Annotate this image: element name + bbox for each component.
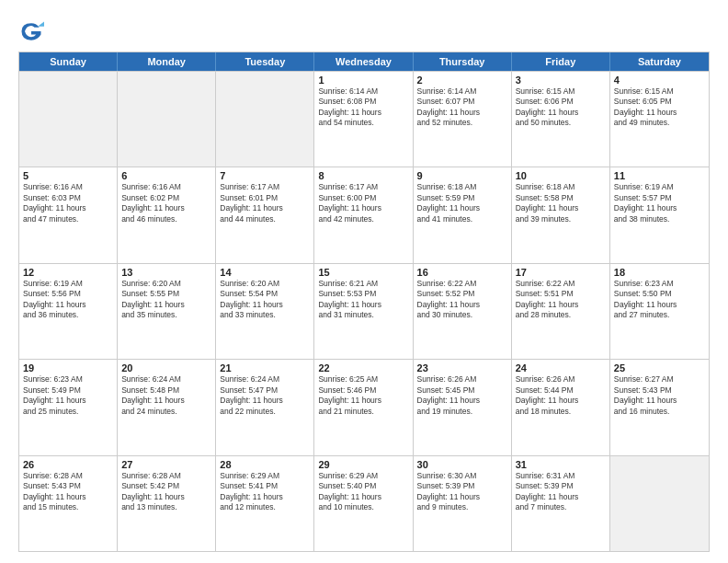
day-number: 31	[516, 459, 606, 470]
calendar-cell-30: 30Sunrise: 6:30 AM Sunset: 5:39 PM Dayli…	[414, 456, 512, 551]
page: SundayMondayTuesdayWednesdayThursdayFrid…	[0, 0, 728, 563]
weekday-header-sunday: Sunday	[19, 52, 118, 71]
calendar-cell-2: 2Sunrise: 6:14 AM Sunset: 6:07 PM Daylig…	[414, 72, 512, 167]
calendar-cell-17: 17Sunrise: 6:22 AM Sunset: 5:51 PM Dayli…	[512, 264, 610, 359]
weekday-header-wednesday: Wednesday	[314, 52, 413, 71]
calendar-cell-5: 5Sunrise: 6:16 AM Sunset: 6:03 PM Daylig…	[19, 167, 118, 262]
calendar-row-3: 19Sunrise: 6:23 AM Sunset: 5:49 PM Dayli…	[19, 359, 709, 454]
cell-info: Sunrise: 6:18 AM Sunset: 5:59 PM Dayligh…	[417, 182, 507, 224]
cell-info: Sunrise: 6:15 AM Sunset: 6:05 PM Dayligh…	[614, 86, 705, 129]
cell-info: Sunrise: 6:28 AM Sunset: 5:43 PM Dayligh…	[23, 471, 113, 513]
cell-info: Sunrise: 6:17 AM Sunset: 6:01 PM Dayligh…	[220, 182, 310, 224]
cell-info: Sunrise: 6:25 AM Sunset: 5:46 PM Dayligh…	[318, 374, 408, 417]
cell-info: Sunrise: 6:26 AM Sunset: 5:45 PM Dayligh…	[417, 374, 507, 417]
day-number: 9	[417, 170, 507, 181]
day-number: 13	[121, 267, 211, 278]
cell-info: Sunrise: 6:20 AM Sunset: 5:54 PM Dayligh…	[220, 279, 310, 321]
calendar-row-0: 1Sunrise: 6:14 AM Sunset: 6:08 PM Daylig…	[19, 71, 709, 167]
cell-info: Sunrise: 6:20 AM Sunset: 5:55 PM Dayligh…	[121, 279, 211, 321]
calendar-cell-15: 15Sunrise: 6:21 AM Sunset: 5:53 PM Dayli…	[314, 264, 413, 359]
calendar-cell-empty-0-0	[19, 72, 118, 167]
cell-info: Sunrise: 6:30 AM Sunset: 5:39 PM Dayligh…	[417, 471, 507, 513]
calendar-cell-9: 9Sunrise: 6:18 AM Sunset: 5:59 PM Daylig…	[414, 167, 512, 262]
cell-info: Sunrise: 6:22 AM Sunset: 5:51 PM Dayligh…	[516, 279, 606, 321]
weekday-header-tuesday: Tuesday	[216, 52, 314, 71]
day-number: 15	[318, 267, 408, 278]
calendar-cell-19: 19Sunrise: 6:23 AM Sunset: 5:49 PM Dayli…	[19, 360, 118, 454]
day-number: 4	[614, 75, 705, 86]
calendar-cell-empty-0-1	[118, 72, 216, 167]
calendar-cell-22: 22Sunrise: 6:25 AM Sunset: 5:46 PM Dayli…	[314, 360, 413, 454]
calendar-row-4: 26Sunrise: 6:28 AM Sunset: 5:43 PM Dayli…	[19, 455, 709, 551]
logo-icon	[18, 18, 44, 44]
day-number: 6	[121, 170, 211, 181]
weekday-header-saturday: Saturday	[610, 52, 709, 71]
calendar-row-1: 5Sunrise: 6:16 AM Sunset: 6:03 PM Daylig…	[19, 167, 709, 262]
day-number: 8	[318, 170, 408, 181]
calendar-cell-12: 12Sunrise: 6:19 AM Sunset: 5:56 PM Dayli…	[19, 264, 118, 359]
cell-info: Sunrise: 6:17 AM Sunset: 6:00 PM Dayligh…	[318, 182, 408, 224]
weekday-header-thursday: Thursday	[414, 52, 512, 71]
cell-info: Sunrise: 6:29 AM Sunset: 5:40 PM Dayligh…	[318, 471, 408, 513]
logo	[18, 18, 48, 44]
day-number: 28	[220, 459, 310, 470]
calendar-header: SundayMondayTuesdayWednesdayThursdayFrid…	[19, 52, 709, 71]
cell-info: Sunrise: 6:19 AM Sunset: 5:57 PM Dayligh…	[614, 182, 705, 224]
cell-info: Sunrise: 6:24 AM Sunset: 5:48 PM Dayligh…	[121, 374, 211, 417]
day-number: 5	[23, 170, 113, 181]
calendar-cell-13: 13Sunrise: 6:20 AM Sunset: 5:55 PM Dayli…	[118, 264, 216, 359]
calendar-cell-16: 16Sunrise: 6:22 AM Sunset: 5:52 PM Dayli…	[414, 264, 512, 359]
cell-info: Sunrise: 6:15 AM Sunset: 6:06 PM Dayligh…	[516, 86, 606, 129]
calendar-cell-4: 4Sunrise: 6:15 AM Sunset: 6:05 PM Daylig…	[610, 72, 709, 167]
cell-info: Sunrise: 6:26 AM Sunset: 5:44 PM Dayligh…	[516, 374, 606, 417]
calendar-cell-21: 21Sunrise: 6:24 AM Sunset: 5:47 PM Dayli…	[216, 360, 314, 454]
cell-info: Sunrise: 6:16 AM Sunset: 6:02 PM Dayligh…	[121, 182, 211, 224]
day-number: 25	[614, 362, 705, 373]
calendar-cell-28: 28Sunrise: 6:29 AM Sunset: 5:41 PM Dayli…	[216, 456, 314, 551]
day-number: 3	[516, 75, 606, 86]
weekday-header-friday: Friday	[512, 52, 610, 71]
calendar-cell-empty-0-2	[216, 72, 314, 167]
cell-info: Sunrise: 6:22 AM Sunset: 5:52 PM Dayligh…	[417, 279, 507, 321]
day-number: 30	[417, 459, 507, 470]
day-number: 11	[614, 170, 705, 181]
cell-info: Sunrise: 6:28 AM Sunset: 5:42 PM Dayligh…	[121, 471, 211, 513]
header	[18, 15, 710, 44]
calendar-cell-empty-4-6	[610, 456, 709, 551]
calendar-cell-11: 11Sunrise: 6:19 AM Sunset: 5:57 PM Dayli…	[610, 167, 709, 262]
day-number: 21	[220, 362, 310, 373]
weekday-header-monday: Monday	[118, 52, 216, 71]
cell-info: Sunrise: 6:19 AM Sunset: 5:56 PM Dayligh…	[23, 279, 113, 321]
cell-info: Sunrise: 6:24 AM Sunset: 5:47 PM Dayligh…	[220, 374, 310, 417]
day-number: 14	[220, 267, 310, 278]
calendar-cell-18: 18Sunrise: 6:23 AM Sunset: 5:50 PM Dayli…	[610, 264, 709, 359]
calendar-cell-26: 26Sunrise: 6:28 AM Sunset: 5:43 PM Dayli…	[19, 456, 118, 551]
cell-info: Sunrise: 6:31 AM Sunset: 5:39 PM Dayligh…	[516, 471, 606, 513]
day-number: 26	[23, 459, 113, 470]
calendar-row-2: 12Sunrise: 6:19 AM Sunset: 5:56 PM Dayli…	[19, 263, 709, 359]
day-number: 24	[516, 362, 606, 373]
calendar-cell-10: 10Sunrise: 6:18 AM Sunset: 5:58 PM Dayli…	[512, 167, 610, 262]
calendar: SundayMondayTuesdayWednesdayThursdayFrid…	[18, 52, 710, 552]
cell-info: Sunrise: 6:27 AM Sunset: 5:43 PM Dayligh…	[614, 374, 705, 417]
calendar-cell-7: 7Sunrise: 6:17 AM Sunset: 6:01 PM Daylig…	[216, 167, 314, 262]
day-number: 27	[121, 459, 211, 470]
day-number: 1	[318, 75, 408, 86]
calendar-cell-23: 23Sunrise: 6:26 AM Sunset: 5:45 PM Dayli…	[414, 360, 512, 454]
day-number: 29	[318, 459, 408, 470]
calendar-cell-24: 24Sunrise: 6:26 AM Sunset: 5:44 PM Dayli…	[512, 360, 610, 454]
calendar-cell-25: 25Sunrise: 6:27 AM Sunset: 5:43 PM Dayli…	[610, 360, 709, 454]
day-number: 18	[614, 267, 705, 278]
cell-info: Sunrise: 6:14 AM Sunset: 6:08 PM Dayligh…	[318, 86, 408, 129]
day-number: 19	[23, 362, 113, 373]
day-number: 10	[516, 170, 606, 181]
calendar-cell-8: 8Sunrise: 6:17 AM Sunset: 6:00 PM Daylig…	[314, 167, 413, 262]
calendar-cell-1: 1Sunrise: 6:14 AM Sunset: 6:08 PM Daylig…	[314, 72, 413, 167]
cell-info: Sunrise: 6:16 AM Sunset: 6:03 PM Dayligh…	[23, 182, 113, 224]
calendar-body: 1Sunrise: 6:14 AM Sunset: 6:08 PM Daylig…	[19, 71, 709, 551]
day-number: 7	[220, 170, 310, 181]
cell-info: Sunrise: 6:18 AM Sunset: 5:58 PM Dayligh…	[516, 182, 606, 224]
day-number: 23	[417, 362, 507, 373]
day-number: 2	[417, 75, 507, 86]
calendar-cell-14: 14Sunrise: 6:20 AM Sunset: 5:54 PM Dayli…	[216, 264, 314, 359]
